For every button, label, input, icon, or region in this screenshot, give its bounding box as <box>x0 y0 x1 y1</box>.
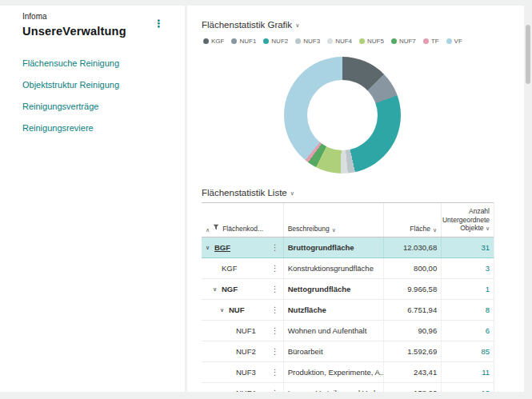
chevron-down-icon[interactable]: ∨ <box>295 22 299 29</box>
horizontal-scrollbar[interactable] <box>0 392 532 399</box>
table-row[interactable]: KGF⋮Konstruktionsgrundfläche800,003 <box>202 258 494 279</box>
legend-item: NUF4 <box>327 38 352 45</box>
table-row[interactable]: NUF2⋮Büroarbeit1.592,6985 <box>202 341 494 362</box>
row-flaeche: 90,96 <box>383 321 441 341</box>
legend-item: NUF1 <box>231 38 256 45</box>
legend-dot <box>263 38 269 44</box>
row-description: Büroarbeit <box>283 341 384 361</box>
row-flaeche: 800,00 <box>383 258 441 278</box>
legend-item: NUF5 <box>359 38 384 45</box>
row-code[interactable]: NUF3 <box>236 368 256 377</box>
row-menu-icon[interactable]: ⋮ <box>268 243 279 252</box>
row-code[interactable]: BGF <box>214 243 230 252</box>
row-description: Konstruktionsgrundfläche <box>283 258 384 278</box>
legend-item: KGF <box>203 38 224 45</box>
table-row[interactable]: NUF4⋮Lagern, Verteilen und Verk...158,20… <box>202 383 494 392</box>
legend-dot <box>203 38 209 44</box>
table-header: ∧ Flächenkod... Beschreibung ∨ Fläche ∨ … <box>202 202 494 237</box>
tree-indent <box>206 268 213 269</box>
table-row[interactable]: ∨BGF⋮Bruttogrundfläche12.030,6831 <box>202 237 494 258</box>
legend-label: NUF5 <box>367 38 384 45</box>
code-cell: NUF2⋮ <box>202 341 283 361</box>
tree-indent <box>206 351 227 352</box>
row-anzahl-link[interactable]: 6 <box>486 326 490 335</box>
legend-label: NUF3 <box>303 38 320 45</box>
app-window: Infoma UnsereVerwaltung ⋮ Flächensuche R… <box>0 0 532 399</box>
vertical-scrollbar[interactable] <box>524 6 532 392</box>
donut-chart <box>284 57 401 174</box>
column-header-beschreibung[interactable]: Beschreibung ∨ <box>283 203 384 237</box>
row-menu-icon[interactable]: ⋮ <box>268 347 279 356</box>
row-code[interactable]: NUF2 <box>236 347 256 356</box>
row-anzahl-link[interactable]: 85 <box>481 347 490 356</box>
row-description: Bruttogrundfläche <box>283 237 384 257</box>
chevron-down-icon: ∨ <box>332 227 336 233</box>
sidebar-item[interactable]: Flächensuche Reinigung <box>22 58 185 68</box>
legend-label: NUF7 <box>399 38 416 45</box>
column-header-anzahl[interactable]: Anzahl Untergeordnete Objekte ∨ <box>441 203 494 237</box>
row-menu-icon[interactable]: ⋮ <box>268 264 279 273</box>
table-row[interactable]: NUF3⋮Produktion, Experimente, A...243,41… <box>202 362 494 383</box>
scrollbar-thumb[interactable] <box>526 25 530 84</box>
row-code[interactable]: KGF <box>222 264 238 273</box>
chart-section-header: Flächenstatistik Grafik ∨ <box>202 20 299 30</box>
legend-dot <box>295 38 301 44</box>
legend-item: TF <box>423 38 439 45</box>
row-flaeche: 243,41 <box>383 362 441 382</box>
legend-dot <box>359 38 365 44</box>
sidebar-item[interactable]: Reinigungsverträge <box>22 102 185 111</box>
row-description: Produktion, Experimente, A... <box>283 362 384 382</box>
legend-dot <box>423 38 429 44</box>
collapse-all-icon[interactable]: ∧ <box>206 227 210 233</box>
row-anzahl-link[interactable]: 31 <box>481 243 490 252</box>
row-expand-icon[interactable]: ∨ <box>220 307 229 313</box>
chart-legend: KGFNUF1NUF2NUF3NUF4NUF5NUF7TFVF <box>203 38 462 45</box>
row-flaeche: 158,20 <box>383 383 441 392</box>
sidebar-nav: Flächensuche ReinigungObjektstruktur Rei… <box>22 58 185 133</box>
table-row[interactable]: ∨NGF⋮Nettogrundfläche9.966,581 <box>202 279 494 300</box>
row-code[interactable]: NUF1 <box>236 326 256 335</box>
chevron-down-icon[interactable]: ∨ <box>290 190 294 197</box>
tree-indent <box>206 372 227 373</box>
column-header-flaeche[interactable]: Fläche ∨ <box>383 203 441 237</box>
code-cell: ∨NGF⋮ <box>202 279 283 299</box>
row-code[interactable]: NUF <box>229 305 245 314</box>
row-flaeche: 6.751,94 <box>383 300 441 320</box>
table-row[interactable]: NUF1⋮Wohnen und Aufenthalt90,966 <box>202 321 494 341</box>
row-anzahl-link[interactable]: 3 <box>486 264 490 273</box>
row-expand-icon[interactable]: ∨ <box>206 245 214 251</box>
row-menu-icon[interactable]: ⋮ <box>268 305 279 314</box>
column-label: Fläche <box>410 225 430 233</box>
tree-indent <box>206 330 227 331</box>
row-code[interactable]: NGF <box>222 285 238 293</box>
code-cell: ∨BGF⋮ <box>202 237 283 257</box>
row-anzahl-link[interactable]: 11 <box>482 368 490 377</box>
row-anzahl-cell: 13 <box>441 383 494 392</box>
legend-label: TF <box>431 38 439 45</box>
sidebar: Infoma UnsereVerwaltung ⋮ Flächensuche R… <box>0 6 185 392</box>
row-anzahl-link[interactable]: 8 <box>486 305 490 314</box>
sidebar-item[interactable]: Objektstruktur Reinigung <box>22 80 185 90</box>
row-menu-icon[interactable]: ⋮ <box>268 285 279 293</box>
row-menu-icon[interactable]: ⋮ <box>268 368 279 377</box>
column-label: Flächenkod... <box>222 225 263 233</box>
code-cell: ∨NUF⋮ <box>202 300 283 320</box>
sidebar-item[interactable]: Reinigungsreviere <box>22 123 185 133</box>
filter-icon <box>213 224 219 232</box>
row-expand-icon[interactable]: ∨ <box>213 286 222 293</box>
row-menu-icon[interactable]: ⋮ <box>268 326 279 335</box>
row-anzahl-link[interactable]: 1 <box>486 285 490 293</box>
row-description: Wohnen und Aufenthalt <box>283 321 384 341</box>
vertical-dots-menu-icon[interactable]: ⋮ <box>154 18 164 29</box>
row-description: Nutzfläche <box>283 300 384 320</box>
chart-section-title: Flächenstatistik Grafik <box>202 20 292 30</box>
list-section-title: Flächenstatistik Liste <box>202 188 287 198</box>
code-cell: NUF1⋮ <box>202 321 283 341</box>
tree-indent <box>206 289 213 289</box>
legend-item: NUF7 <box>391 38 416 45</box>
tree-indent <box>206 309 220 310</box>
table-row[interactable]: ∨NUF⋮Nutzfläche6.751,948 <box>202 300 494 321</box>
main-content: Flächenstatistik Grafik ∨ KGFNUF1NUF2NUF… <box>187 6 524 392</box>
row-description: Nettogrundfläche <box>283 279 384 299</box>
column-header-flaechenkode[interactable]: ∧ Flächenkod... <box>202 203 283 237</box>
